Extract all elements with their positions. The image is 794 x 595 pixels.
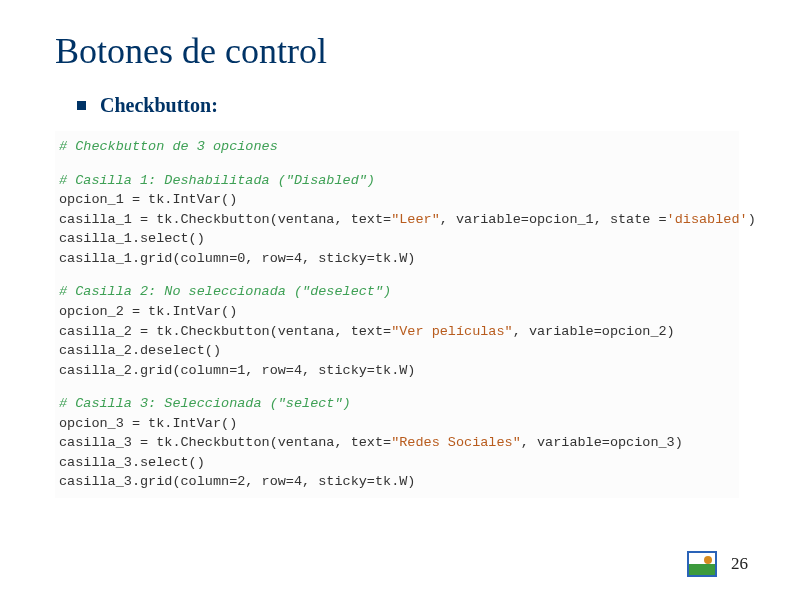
- code-line: casilla_1.grid(column=0, row=4, sticky=t…: [59, 249, 735, 269]
- code-blank-line: [59, 380, 735, 394]
- code-line: casilla_1.select(): [59, 229, 735, 249]
- code-line: casilla_1 = tk.Checkbutton(ventana, text…: [59, 210, 735, 230]
- code-line: opcion_2 = tk.IntVar(): [59, 302, 735, 322]
- code-comment-line: # Casilla 3: Seleccionada ("select"): [59, 394, 735, 414]
- code-line: casilla_3 = tk.Checkbutton(ventana, text…: [59, 433, 735, 453]
- footer: 26: [687, 551, 748, 577]
- code-line: opcion_1 = tk.IntVar(): [59, 190, 735, 210]
- code-line: opcion_3 = tk.IntVar(): [59, 414, 735, 434]
- code-blank-line: [59, 268, 735, 282]
- code-block: # Checkbutton de 3 opciones# Casilla 1: …: [55, 131, 739, 498]
- code-line: casilla_2.grid(column=1, row=4, sticky=t…: [59, 361, 735, 381]
- code-comment-line: # Casilla 1: Deshabilitada ("Disabled"): [59, 171, 735, 191]
- code-comment-line: # Casilla 2: No seleccionada ("deselect"…: [59, 282, 735, 302]
- bullet-icon: [77, 101, 86, 110]
- code-line: casilla_2 = tk.Checkbutton(ventana, text…: [59, 322, 735, 342]
- slide-title: Botones de control: [55, 30, 739, 72]
- python-logo-icon: [687, 551, 717, 577]
- code-line: casilla_2.deselect(): [59, 341, 735, 361]
- page-number: 26: [731, 554, 748, 574]
- code-line: casilla_3.grid(column=2, row=4, sticky=t…: [59, 472, 735, 492]
- bullet-item: Checkbutton:: [77, 94, 739, 117]
- code-line: casilla_3.select(): [59, 453, 735, 473]
- subtitle: Checkbutton:: [100, 94, 218, 117]
- slide: Botones de control Checkbutton: # Checkb…: [0, 0, 794, 498]
- code-blank-line: [59, 157, 735, 171]
- code-comment-line: # Checkbutton de 3 opciones: [59, 137, 735, 157]
